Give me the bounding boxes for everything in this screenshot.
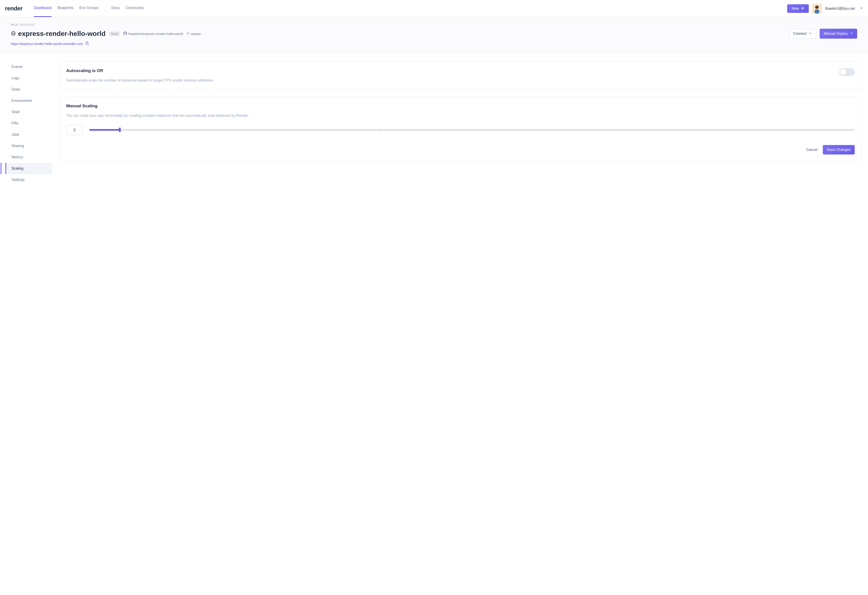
sidebar-item-sharing[interactable]: Sharing xyxy=(0,140,52,152)
card-actions: Cancel Save Changes xyxy=(66,145,855,155)
runtime-badge: Node xyxy=(109,32,120,36)
sidebar-item-environment[interactable]: Environment xyxy=(0,95,52,106)
toggle-knob xyxy=(840,69,846,75)
svg-rect-9 xyxy=(87,43,89,45)
title-actions: Connect Manual Deploy xyxy=(789,29,857,38)
sidebar-item-events[interactable]: Events xyxy=(0,61,52,72)
connect-label: Connect xyxy=(793,32,807,36)
manual-scaling-card: Manual Scaling You can scale your app ho… xyxy=(59,96,862,162)
header-right: New thawkin3@byu.net xyxy=(787,4,863,13)
autoscaling-toggle[interactable] xyxy=(839,68,855,76)
nav-community[interactable]: Community xyxy=(125,0,144,17)
svg-point-8 xyxy=(189,32,189,33)
connect-button[interactable]: Connect xyxy=(789,29,816,38)
slider-fill xyxy=(89,129,120,131)
sidebar-item-disks[interactable]: Disks xyxy=(0,84,52,95)
service-title: express-render-hello-world xyxy=(11,30,106,37)
nav-env-groups[interactable]: Env Groups xyxy=(79,0,98,17)
instance-slider[interactable] xyxy=(89,128,855,132)
sidebar-item-logs[interactable]: Logs xyxy=(0,72,52,84)
slider-tick xyxy=(380,128,381,131)
deploy-label: Manual Deploy xyxy=(824,32,848,36)
save-changes-button[interactable]: Save Changes xyxy=(823,145,855,155)
slider-track xyxy=(89,129,855,131)
user-menu-chevron-icon[interactable] xyxy=(860,7,863,10)
service-type-label: WEB SERVICE xyxy=(11,23,857,27)
manual-scaling-title: Manual Scaling xyxy=(66,103,855,108)
chevron-down-icon xyxy=(850,32,853,36)
svg-rect-2 xyxy=(815,9,819,13)
github-icon xyxy=(123,32,127,36)
avatar[interactable] xyxy=(812,4,822,13)
slider-tick xyxy=(151,128,151,131)
sidebar-item-prs[interactable]: PRs xyxy=(0,118,52,129)
branch-link[interactable]: master xyxy=(187,32,201,36)
slider-thumb[interactable] xyxy=(119,128,121,132)
nav-dashboard[interactable]: Dashboard xyxy=(34,0,52,17)
repo-name: thawkin3/express-render-hello-world xyxy=(128,32,183,36)
sidebar-item-shell[interactable]: Shell xyxy=(0,106,52,118)
instance-count-input[interactable] xyxy=(66,125,83,135)
new-button[interactable]: New xyxy=(787,4,809,13)
branch-icon xyxy=(187,32,190,36)
cancel-button[interactable]: Cancel xyxy=(806,148,817,152)
svg-point-7 xyxy=(187,34,188,35)
primary-nav: Dashboard Blueprints Env Groups xyxy=(34,0,99,17)
plus-icon xyxy=(801,7,804,10)
slider-tick xyxy=(694,128,694,131)
repo-link[interactable]: thawkin3/express-render-hello-world xyxy=(123,32,183,36)
sidebar-item-jobs[interactable]: Jobs xyxy=(0,129,52,140)
sidebar-item-metrics[interactable]: Metrics xyxy=(0,152,52,163)
nav-blueprints[interactable]: Blueprints xyxy=(58,0,74,17)
user-email: thawkin3@byu.net xyxy=(825,7,855,10)
autoscaling-card: Autoscaling is Off Automatically scale t… xyxy=(59,61,862,90)
content: Autoscaling is Off Automatically scale t… xyxy=(52,61,862,186)
slider-tick xyxy=(771,128,771,131)
layout: Events Logs Disks Environment Shell PRs … xyxy=(0,53,868,191)
autoscaling-desc: Automatically scale the number of instan… xyxy=(66,78,214,83)
service-url[interactable]: https://express-render-hello-world.onren… xyxy=(11,42,83,46)
new-button-label: New xyxy=(791,7,799,10)
svg-rect-3 xyxy=(815,7,818,8)
title-row: express-render-hello-world Node thawkin3… xyxy=(11,29,857,38)
manual-scaling-desc: You can scale your app horizontally by c… xyxy=(66,113,855,118)
branch-name: master xyxy=(191,32,201,36)
service-header: WEB SERVICE express-render-hello-world N… xyxy=(0,17,868,53)
scale-row xyxy=(66,125,855,135)
autoscaling-title: Autoscaling is Off xyxy=(66,68,214,73)
logo[interactable]: render xyxy=(5,5,23,12)
nav-docs[interactable]: Docs xyxy=(111,0,120,17)
copy-icon[interactable] xyxy=(85,41,89,46)
secondary-nav: Docs Community xyxy=(111,0,144,17)
sidebar-item-settings[interactable]: Settings xyxy=(0,174,52,186)
sidebar-item-scaling[interactable]: Scaling xyxy=(6,163,52,174)
top-header: render Dashboard Blueprints Env Groups D… xyxy=(0,0,868,17)
url-row: https://express-render-hello-world.onren… xyxy=(11,41,857,46)
manual-deploy-button[interactable]: Manual Deploy xyxy=(819,29,857,38)
service-name: express-render-hello-world xyxy=(18,30,106,37)
globe-icon xyxy=(11,30,16,37)
chevron-down-icon xyxy=(809,32,812,36)
sidebar: Events Logs Disks Environment Shell PRs … xyxy=(0,61,52,186)
svg-point-6 xyxy=(187,32,188,33)
